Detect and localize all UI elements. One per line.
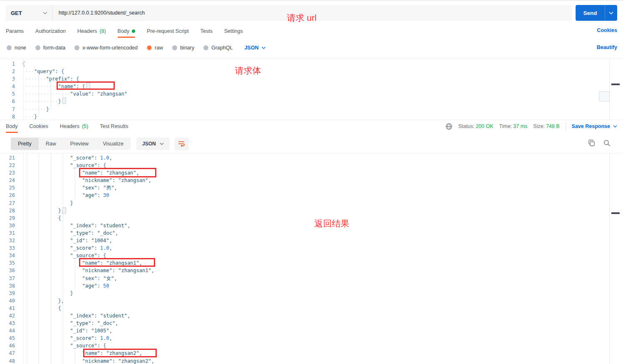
beautify-link[interactable]: Beautify	[597, 44, 617, 50]
network-globe-icon	[445, 123, 452, 130]
code-line: 21 "_score": 1.0,	[0, 154, 623, 162]
code-line: 48 "nickname": "zhangsan2",	[0, 357, 623, 364]
scrollbar-thumb[interactable]	[599, 91, 610, 101]
view-mode-raw[interactable]: Raw	[39, 138, 63, 150]
tab-tests[interactable]: Tests	[200, 28, 213, 38]
body-mode-row: noneform-datax-www-form-urlencodedrawbin…	[7, 42, 617, 53]
scrollbar-mark[interactable]	[611, 212, 620, 214]
code-line: 39 }	[0, 290, 623, 297]
code-line: 37 "sex": "女",	[0, 275, 623, 282]
save-response-label: Save Response	[572, 123, 610, 129]
code-text: ············}	[19, 98, 61, 105]
wrap-lines-button[interactable]	[175, 138, 189, 150]
method-dropdown[interactable]: GET	[6, 5, 52, 21]
response-tab-body[interactable]: Body	[6, 123, 18, 133]
code-text: }	[19, 199, 73, 207]
line-number: 4	[0, 83, 19, 90]
body-mode-form-data[interactable]: form-data	[35, 45, 66, 51]
annotation-request-url: 请求 url	[287, 12, 316, 24]
radio-selected-icon	[147, 46, 151, 50]
line-number: 22	[0, 162, 19, 169]
line-number: 29	[0, 214, 19, 222]
code-text: }	[19, 290, 73, 297]
save-response-button[interactable]: Save Response	[572, 123, 617, 129]
view-mode-pretty[interactable]: Pretty	[11, 138, 39, 150]
line-number: 7	[0, 106, 19, 113]
divider	[566, 122, 566, 130]
radio-icon	[7, 45, 12, 50]
response-format-label: JSON	[142, 141, 156, 147]
tab-body[interactable]: Body	[118, 28, 136, 38]
code-text: "_index": "student",	[19, 222, 130, 229]
gutter-separator	[23, 153, 24, 364]
indent-guide	[51, 77, 51, 110]
editor-scroll-track	[609, 59, 610, 120]
code-line: 24 "nickname": "zhangsan",	[0, 177, 623, 184]
code-text: "_id": "1005",	[19, 327, 112, 334]
url-text: http://127.0.0.1:9200/student/_search	[59, 10, 145, 16]
tab-params[interactable]: Params	[6, 28, 24, 38]
line-number: 1	[0, 60, 19, 68]
indent-guide	[39, 153, 39, 364]
method-label: GET	[11, 10, 43, 16]
response-tab-cookies[interactable]: Cookies	[30, 123, 48, 133]
line-number: 6	[0, 98, 19, 105]
code-line: 32 "_id": "1004",	[0, 237, 623, 244]
request-tabs-list: ParamsAuthorizationHeaders (8)BodyPre-re…	[6, 28, 255, 38]
copy-button[interactable]	[588, 140, 595, 148]
code-text: "_score": 1.0,	[19, 334, 112, 342]
body-mode-binary[interactable]: binary	[172, 45, 194, 51]
status-badge: Status:200 OK	[458, 123, 493, 129]
code-text: "sex": "男",	[19, 184, 117, 192]
raw-type-dropdown[interactable]: JSON	[245, 45, 266, 51]
code-text: ····"query": {	[19, 68, 64, 75]
tab-pre-request-script[interactable]: Pre-request Script	[147, 28, 189, 38]
editor-scroll-track	[609, 153, 610, 364]
code-text: "_score": 1.0,	[19, 154, 112, 162]
view-mode-visualize[interactable]: Visualize	[96, 138, 131, 150]
size-badge: Size:748 B	[533, 123, 559, 129]
line-number: 40	[0, 297, 19, 305]
code-line: 28 },	[0, 207, 623, 214]
indent-guide	[27, 153, 27, 364]
code-line: 33 "_score": 1.0,	[0, 244, 623, 252]
response-tab-test-results[interactable]: Test Results	[100, 123, 128, 133]
code-text: "_type": "_doc",	[19, 229, 118, 237]
line-number: 28	[0, 207, 19, 214]
code-line: 45 "_score": 1.0,	[0, 334, 623, 342]
line-number: 24	[0, 177, 19, 184]
code-text: "nickname": "zhangsan2",	[19, 357, 154, 364]
line-number: 32	[0, 237, 19, 244]
search-button[interactable]	[603, 140, 611, 148]
indent-guide	[63, 153, 63, 364]
body-mode-x-www-form-urlencoded[interactable]: x-www-form-urlencoded	[74, 45, 138, 51]
line-number: 34	[0, 252, 19, 259]
response-format-dropdown[interactable]: JSON	[136, 138, 170, 150]
body-mode-none[interactable]: none	[7, 45, 26, 51]
line-number: 33	[0, 244, 19, 252]
body-mode-raw[interactable]: raw	[147, 45, 163, 51]
send-options-button[interactable]	[605, 5, 617, 21]
gutter-separator	[23, 59, 24, 120]
line-number: 26	[0, 192, 19, 199]
scrollbar-mark[interactable]	[611, 84, 620, 85]
indent-guide	[51, 153, 51, 364]
line-number: 38	[0, 282, 19, 290]
tab-authorization[interactable]: Authorization	[35, 28, 66, 38]
tab-headers[interactable]: Headers (8)	[77, 28, 106, 38]
view-mode-preview[interactable]: Preview	[63, 138, 96, 150]
response-meta: Status:200 OK Time:37 ms Size:748 B Save…	[445, 122, 617, 130]
line-number: 31	[0, 229, 19, 237]
body-mode-list: noneform-datax-www-form-urlencodedrawbin…	[7, 45, 242, 51]
tab-settings[interactable]: Settings	[224, 28, 243, 38]
response-tab-headers[interactable]: Headers (5)	[60, 123, 89, 133]
code-line: 30 "_index": "student",	[0, 222, 623, 229]
unsaved-dot-icon	[132, 30, 135, 33]
body-mode-graphql[interactable]: GraphQL	[203, 45, 232, 51]
chevron-down-icon	[262, 47, 266, 49]
response-tabs-row: BodyCookiesHeaders (5)Test Results Statu…	[6, 121, 617, 135]
cookies-link[interactable]: Cookies	[597, 27, 617, 33]
radio-icon	[172, 45, 177, 50]
code-line: 29 {	[0, 214, 623, 222]
send-button[interactable]: Send	[576, 5, 605, 21]
